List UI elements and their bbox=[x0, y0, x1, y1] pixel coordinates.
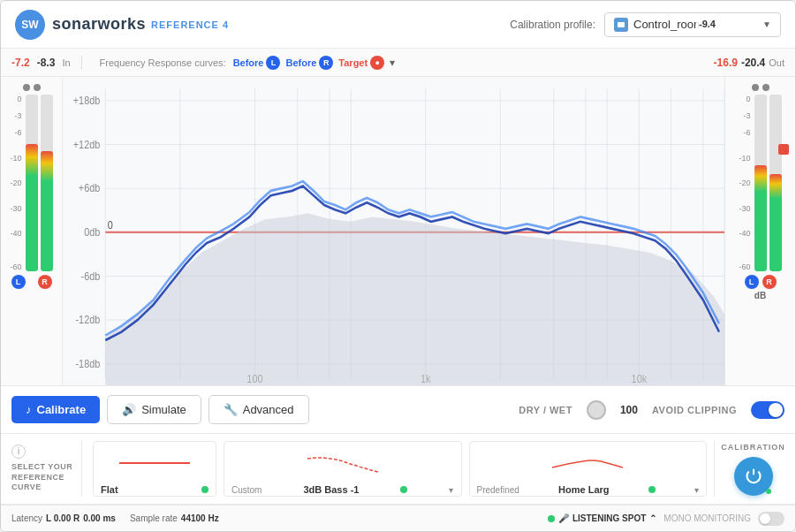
calibrate-button[interactable]: ♪ Calibrate bbox=[11, 396, 100, 423]
right-meter-r: R bbox=[762, 275, 777, 289]
freq-label: Frequency Response curves: bbox=[100, 57, 226, 68]
vu-row: -7.2 -8.3 In Frequency Response curves: … bbox=[1, 49, 795, 77]
calibration-label: Calibration profile: bbox=[510, 19, 595, 31]
right-meter-bar-l bbox=[754, 95, 767, 271]
dry-wet-label: DRY / WET bbox=[519, 405, 572, 415]
control-buttons: ♪ Calibrate 🔊 Simulate 🔧 Advanced DRY / … bbox=[1, 386, 795, 434]
advanced-button[interactable]: 🔧 Advanced bbox=[208, 395, 309, 424]
left-meter-bar-l bbox=[26, 95, 38, 271]
right-vu-meter: 0 -3 -6 -10 -20 -30 -40 -60 bbox=[724, 77, 795, 385]
mono-toggle-knob bbox=[760, 513, 770, 524]
left-level-low: -7.2 bbox=[11, 57, 30, 69]
curves-dropdown-arrow[interactable]: ▾ bbox=[390, 57, 395, 69]
predefined-curve-bottom: Predefined Home Larg ▾ bbox=[477, 484, 700, 495]
custom-thumbnail bbox=[231, 445, 454, 481]
svg-text:-18db: -18db bbox=[75, 358, 100, 369]
dry-wet-value: 100 bbox=[620, 404, 638, 416]
calibration-text: CALIBRATION bbox=[721, 443, 785, 452]
calibration-power: CALIBRATION bbox=[714, 441, 785, 497]
right-meter-scale: 0 -3 -6 -10 -20 -30 -40 -60 bbox=[739, 95, 750, 271]
meter-slider[interactable] bbox=[778, 144, 789, 155]
svg-text:-12db: -12db bbox=[75, 315, 100, 326]
svg-text:+12db: +12db bbox=[73, 139, 101, 150]
mic-icon: 🎤 bbox=[558, 513, 569, 523]
in-label: In bbox=[62, 57, 70, 68]
curve-info-left: i SELECT YOURREFERENCE CURVE bbox=[11, 441, 82, 497]
target-badge[interactable]: Target ● bbox=[338, 56, 384, 70]
listening-dot bbox=[548, 515, 555, 522]
main-area: 0 -3 -6 -10 -20 -30 -40 -60 bbox=[1, 77, 795, 385]
bottom-controls: ♪ Calibrate 🔊 Simulate 🔧 Advanced DRY / … bbox=[1, 385, 795, 505]
predefined-type: Predefined bbox=[477, 485, 519, 495]
custom-dot bbox=[400, 486, 407, 493]
left-meter-bar-r bbox=[41, 95, 53, 271]
flat-curve-bottom: Flat bbox=[101, 484, 208, 495]
svg-text:0db: 0db bbox=[84, 226, 100, 238]
freq-curves: Before L Before R Target ● ▾ bbox=[233, 56, 396, 70]
svg-rect-0 bbox=[618, 22, 625, 27]
svg-text:-6db: -6db bbox=[81, 270, 101, 282]
custom-chevron-icon[interactable]: ▾ bbox=[449, 485, 453, 495]
info-icon[interactable]: i bbox=[11, 445, 26, 459]
r-badge: R bbox=[319, 56, 333, 70]
svg-text:+6db: +6db bbox=[79, 183, 100, 194]
left-vu-meter: 0 -3 -6 -10 -20 -30 -40 -60 bbox=[1, 77, 63, 385]
dry-wet-knob[interactable] bbox=[587, 400, 606, 420]
flat-curve-item[interactable]: Flat bbox=[93, 441, 216, 497]
l-badge: L bbox=[266, 56, 280, 70]
predefined-thumbnail bbox=[477, 445, 700, 481]
footer: Latency L 0.00 R 0.00 ms Sample rate 441… bbox=[1, 505, 795, 531]
flat-active-dot bbox=[201, 486, 208, 493]
meter-l-badge: L bbox=[11, 275, 26, 289]
flat-name: Flat bbox=[101, 484, 118, 495]
footer-right: 🎤 LISTENING SPOT ⌃ MONO MONITORING bbox=[548, 512, 785, 526]
music-icon: ♪ bbox=[26, 403, 32, 416]
custom-curve-item[interactable]: Custom 3dB Bass -1 ▾ bbox=[224, 441, 462, 497]
simulate-button[interactable]: 🔊 Simulate bbox=[107, 395, 201, 424]
brand-ref: REFERENCE 4 bbox=[151, 19, 229, 30]
speaker-icon: 🔊 bbox=[122, 403, 136, 416]
brand-name: sonarworks bbox=[52, 15, 146, 34]
predefined-dot bbox=[648, 486, 656, 493]
before-l-badge[interactable]: Before L bbox=[233, 56, 281, 70]
svg-text:+18db: +18db bbox=[73, 95, 101, 106]
out-label: Out bbox=[769, 57, 785, 68]
right-meter-l: L bbox=[745, 275, 759, 289]
right-level-low: -16.9 bbox=[714, 57, 738, 69]
right-meter-bar-r bbox=[769, 95, 782, 271]
predefined-name: Home Larg bbox=[558, 484, 609, 495]
custom-type: Custom bbox=[231, 485, 262, 495]
listening-chevron-icon: ⌃ bbox=[649, 513, 656, 523]
before-r-badge[interactable]: Before R bbox=[285, 56, 333, 70]
left-level-high: -8.3 bbox=[37, 57, 56, 69]
logo: SW bbox=[15, 10, 45, 40]
meter-r-badge: R bbox=[38, 275, 52, 289]
mono-toggle[interactable] bbox=[758, 512, 785, 526]
curve-selector: i SELECT YOURREFERENCE CURVE Flat bbox=[1, 434, 795, 505]
power-button[interactable] bbox=[734, 457, 773, 496]
avoid-clipping-toggle[interactable] bbox=[751, 401, 785, 419]
wrench-icon: 🔧 bbox=[224, 403, 238, 416]
frequency-chart: +18db +12db +6db 0db -6db -12db -18db 0 … bbox=[63, 77, 724, 385]
flat-thumbnail bbox=[101, 445, 208, 481]
predefined-chevron-icon[interactable]: ▾ bbox=[694, 485, 699, 495]
avoid-clipping-label: AVOID CLIPPING bbox=[652, 405, 737, 415]
target-dot: ● bbox=[370, 56, 384, 70]
right-levels: -16.9 -20.4 Out bbox=[714, 57, 785, 69]
right-meter-dot-r bbox=[762, 84, 769, 91]
custom-name: 3dB Bass -1 bbox=[303, 484, 359, 495]
svg-text:0: 0 bbox=[108, 219, 113, 231]
header: SW sonarworks REFERENCE 4 Calibration pr… bbox=[1, 1, 795, 49]
right-level-high: -20.4 bbox=[741, 57, 765, 69]
listening-spot[interactable]: 🎤 LISTENING SPOT ⌃ bbox=[548, 513, 656, 523]
control-right: DRY / WET 100 AVOID CLIPPING bbox=[519, 400, 785, 420]
custom-curve-bottom: Custom 3dB Bass -1 ▾ bbox=[231, 484, 454, 495]
chart-area: +18db +12db +6db 0db -6db -12db -18db 0 … bbox=[63, 77, 724, 385]
predefined-curve-item[interactable]: Predefined Home Larg ▾ bbox=[469, 441, 708, 497]
meter-dot-left bbox=[23, 84, 30, 91]
calibration-dropdown[interactable]: Control_room-A ▼ bbox=[604, 12, 781, 37]
db-label: dB bbox=[754, 291, 766, 300]
sample-rate-info: Sample rate 44100 Hz bbox=[130, 513, 219, 523]
chevron-down-icon: ▼ bbox=[762, 19, 771, 29]
left-meter-labels: L R bbox=[11, 275, 52, 289]
